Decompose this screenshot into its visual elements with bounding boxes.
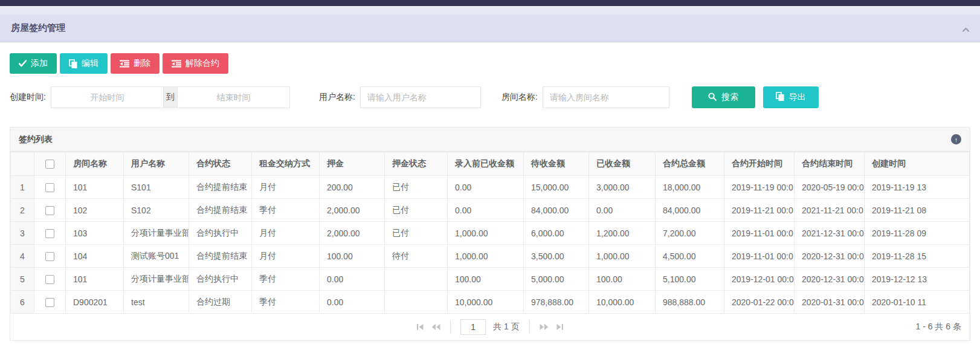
cell-pre-received: 1,000.00: [448, 222, 524, 245]
cell-pre-received: 0.00: [448, 176, 524, 199]
cell-deposit-status: 已付: [385, 176, 448, 199]
last-page-icon[interactable]: [556, 323, 564, 331]
cell-room-name: 101: [66, 176, 124, 199]
top-navy-bar: [0, 0, 980, 6]
copy-icon: [776, 92, 784, 103]
edit-button[interactable]: 编辑: [60, 53, 108, 74]
table-header-row: 房间名称 用户名称 合约状态 租金交纳方式 押金 押金状态 录入前已收金额 待收…: [11, 152, 970, 176]
cell-receivable: 6,000.00: [524, 222, 589, 245]
row-number: 1: [11, 176, 34, 199]
cell-contract-total: 7,200.00: [656, 222, 724, 245]
cell-pay-method: 月付: [252, 245, 320, 268]
row-select-cell: [34, 268, 66, 291]
add-button[interactable]: 添加: [10, 53, 57, 74]
start-time-input[interactable]: [51, 87, 163, 108]
cell-end-time: 2021-11-21 00:0: [795, 199, 865, 222]
cell-pay-method: 季付: [252, 291, 320, 314]
search-icon: [708, 92, 717, 103]
cell-user-name: 分项计量事业部-: [124, 222, 189, 245]
terminate-contract-label: 解除合约: [185, 58, 219, 69]
room-name-label: 房间名称:: [501, 92, 538, 103]
main-content: 添加 编辑 删除 解除合约 创建时间: 到 用户名称:: [0, 53, 980, 341]
cell-user-name: 分项计量事业部-: [124, 268, 189, 291]
cell-deposit: 200.00: [320, 176, 385, 199]
cell-pay-method: 月付: [252, 222, 320, 245]
row-checkbox[interactable]: [45, 229, 54, 238]
cell-received: 1,200.00: [589, 222, 656, 245]
cell-receivable: 978,888.00: [524, 291, 589, 314]
search-button[interactable]: 搜索: [692, 86, 755, 108]
col-start-time: 合约开始时间: [724, 152, 795, 176]
contract-table: 房间名称 用户名称 合约状态 租金交纳方式 押金 押金状态 录入前已收金额 待收…: [10, 152, 970, 314]
row-checkbox[interactable]: [45, 206, 54, 215]
panel-title: 签约列表: [19, 134, 53, 145]
row-number: 6: [11, 291, 34, 314]
cell-pre-received: 10,000.00: [448, 291, 524, 314]
table-row[interactable]: 1 101S101合约提前结束月付200.00已付0.0015,000.003,…: [11, 176, 970, 199]
cell-receivable: 5,000.00: [524, 268, 589, 291]
row-checkbox[interactable]: [45, 252, 54, 261]
cell-user-name: 测试账号001: [124, 245, 189, 268]
export-button-label: 导出: [789, 92, 806, 103]
delete-button-label: 删除: [134, 58, 150, 69]
cell-contract-status: 合约提前结束: [189, 176, 252, 199]
user-name-input[interactable]: [360, 86, 481, 108]
col-end-time: 合约结束时间: [795, 152, 865, 176]
cell-room-name: D900201: [66, 291, 124, 314]
row-checkbox[interactable]: [45, 298, 54, 307]
first-page-icon[interactable]: [416, 323, 424, 331]
cell-contract-total: 18,000.00: [656, 176, 724, 199]
cell-end-time: 2020-12-31 00:0: [795, 245, 865, 268]
cell-contract-total: 84,000.00: [656, 199, 724, 222]
row-number: 3: [11, 222, 34, 245]
cell-contract-status: 合约提前结束: [189, 245, 252, 268]
cell-start-time: 2020-01-22 00:0: [724, 291, 795, 314]
col-received: 已收金额: [589, 152, 656, 176]
cell-room-name: 102: [66, 199, 124, 222]
pager-divider: [529, 320, 530, 334]
table-row[interactable]: 5 101分项计量事业部-合约执行中季付0.00100.005,000.0010…: [11, 268, 970, 291]
cell-room-name: 101: [66, 268, 124, 291]
cell-contract-status: 合约提前结束: [189, 199, 252, 222]
pager-range-info: 1 - 6 共 6 条: [916, 322, 961, 332]
cell-contract-status: 合约执行中: [189, 268, 252, 291]
select-all-checkbox[interactable]: [45, 160, 54, 169]
col-deposit-status: 押金状态: [385, 152, 448, 176]
cell-receivable: 15,000.00: [524, 176, 589, 199]
delete-button[interactable]: 删除: [111, 53, 160, 74]
cell-receivable: 84,000.00: [524, 199, 589, 222]
search-button-label: 搜索: [721, 92, 738, 103]
row-checkbox[interactable]: [45, 183, 54, 192]
cell-deposit: 2,000.00: [320, 222, 385, 245]
cell-deposit-status: [385, 268, 448, 291]
cell-create-time: 2019-11-28 09: [865, 222, 970, 245]
edit-button-label: 编辑: [82, 58, 98, 69]
sub-strip: [0, 6, 980, 15]
terminate-contract-button[interactable]: 解除合约: [163, 53, 228, 74]
table-row[interactable]: 2 102S102合约提前结束季付2,000.00已付0.0084,000.00…: [11, 199, 970, 222]
cell-end-time: 2020-12-31 00:0: [795, 268, 865, 291]
row-checkbox[interactable]: [45, 275, 54, 284]
row-select-cell: [34, 222, 66, 245]
cell-create-time: 2019-12-12 13: [865, 268, 970, 291]
end-time-input[interactable]: [178, 87, 289, 108]
prev-page-icon[interactable]: [431, 323, 440, 331]
page-number-input[interactable]: [460, 319, 486, 335]
export-button[interactable]: 导出: [763, 86, 819, 108]
collapse-chevron-icon[interactable]: [962, 25, 969, 31]
next-page-icon[interactable]: [540, 323, 549, 331]
table-row[interactable]: 4 104测试账号001合约提前结束月付100.00待付1,000.003,50…: [11, 245, 970, 268]
total-pages-label: 共 1 页: [493, 322, 520, 332]
table-row[interactable]: 3 103分项计量事业部-合约执行中月付2,000.00已付1,000.006,…: [11, 222, 970, 245]
cell-received: 1,000.00: [589, 245, 656, 268]
circle-arrow-up-icon[interactable]: ↑: [951, 134, 961, 144]
cell-end-time: 2020-05-19 00:0: [795, 176, 865, 199]
range-to-label: 到: [163, 87, 178, 108]
cell-room-name: 104: [66, 245, 124, 268]
col-pre-received: 录入前已收金额: [448, 152, 524, 176]
cell-contract-total: 988,888.00: [656, 291, 724, 314]
room-name-input[interactable]: [543, 86, 669, 108]
pager-divider: [450, 320, 451, 334]
cell-deposit: 0.00: [320, 291, 385, 314]
table-row[interactable]: 6 D900201test合约过期季付0.0010,000.00978,888.…: [11, 291, 970, 314]
